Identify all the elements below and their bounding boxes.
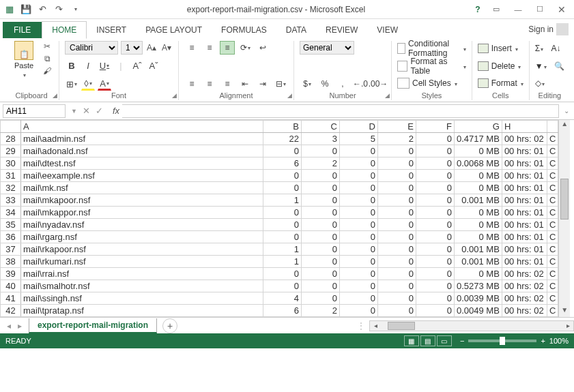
- help-icon[interactable]: ?: [472, 5, 484, 14]
- vscroll-thumb[interactable]: [560, 179, 569, 220]
- underline-button[interactable]: U: [98, 59, 111, 73]
- view-page-layout-icon[interactable]: ▤: [420, 335, 435, 346]
- number-dialog-launcher[interactable]: ◢: [385, 92, 390, 99]
- col-header-F[interactable]: F: [416, 121, 455, 133]
- tab-page-layout[interactable]: PAGE LAYOUT: [136, 22, 212, 38]
- cell[interactable]: 5: [340, 133, 378, 145]
- cell[interactable]: 3: [302, 133, 340, 145]
- enter-formula-icon[interactable]: ✓: [96, 106, 103, 116]
- cell[interactable]: mail\aadmin.nsf: [21, 133, 263, 145]
- bold-button[interactable]: B: [65, 59, 78, 73]
- cell[interactable]: C: [547, 145, 558, 157]
- undo-icon[interactable]: ↶: [37, 4, 48, 15]
- cell[interactable]: 0: [416, 145, 455, 157]
- cell[interactable]: 0 MB: [455, 219, 502, 231]
- cell[interactable]: 0: [340, 231, 378, 243]
- cell[interactable]: 0: [378, 292, 416, 305]
- cell[interactable]: 0: [340, 157, 378, 170]
- merge-center-icon[interactable]: ⊟: [273, 77, 288, 91]
- cell[interactable]: 0 MB: [455, 145, 502, 157]
- cell[interactable]: 0: [302, 207, 340, 219]
- row-header[interactable]: 42: [1, 305, 21, 317]
- excel-icon[interactable]: ▦: [4, 4, 15, 15]
- cell[interactable]: mail\smalhotr.nsf: [21, 280, 263, 292]
- increase-font-size-icon[interactable]: Aˆ: [130, 59, 144, 73]
- cell[interactable]: mail\mk.nsf: [21, 182, 263, 194]
- row-header[interactable]: 34: [1, 207, 21, 219]
- cell[interactable]: C: [547, 231, 558, 243]
- cell[interactable]: 2: [302, 305, 340, 317]
- cell[interactable]: 0: [340, 243, 378, 256]
- comma-format-icon[interactable]: ,: [335, 77, 350, 91]
- ribbon-display-icon[interactable]: ▭: [487, 3, 506, 16]
- cell[interactable]: 0: [378, 145, 416, 157]
- row-header[interactable]: 40: [1, 280, 21, 292]
- name-box-dropdown-icon[interactable]: ▼: [71, 108, 77, 115]
- cell[interactable]: 0: [263, 280, 302, 292]
- cell[interactable]: C: [547, 207, 558, 219]
- sort-filter-icon[interactable]: A↓: [551, 44, 561, 53]
- cell[interactable]: 0: [263, 219, 302, 231]
- scroll-right-icon[interactable]: ▸: [562, 322, 573, 329]
- row-header[interactable]: 31: [1, 170, 21, 182]
- autosum-button[interactable]: Σ: [535, 44, 543, 53]
- cell[interactable]: 0: [263, 231, 302, 243]
- cell[interactable]: 1: [263, 243, 302, 256]
- alignment-dialog-launcher[interactable]: ◢: [287, 92, 292, 99]
- table-row[interactable]: 32mail\mk.nsf000000 MB00 hrs: 01C: [1, 182, 558, 194]
- table-row[interactable]: 39mail\rrai.nsf000000 MB00 hrs: 02C: [1, 268, 558, 280]
- cell[interactable]: 0: [302, 268, 340, 280]
- cell[interactable]: 00 hrs: 02: [502, 292, 547, 305]
- cell[interactable]: 0: [416, 243, 455, 256]
- cell[interactable]: C: [547, 170, 558, 182]
- formula-input[interactable]: [122, 104, 559, 118]
- align-right-icon[interactable]: ≡: [220, 77, 235, 91]
- table-row[interactable]: 30mail\dtest.nsf620000.0068 MB00 hrs: 01…: [1, 157, 558, 170]
- table-row[interactable]: 34mail\mkappor.nsf000000 MB00 hrs: 01C: [1, 207, 558, 219]
- scroll-down-icon[interactable]: ▼: [559, 306, 570, 317]
- close-icon[interactable]: ✕: [552, 3, 571, 16]
- decrease-indent-icon[interactable]: ⇤: [238, 77, 253, 91]
- cell[interactable]: C: [547, 256, 558, 268]
- find-select-icon[interactable]: 🔍: [554, 61, 564, 71]
- cell[interactable]: 0.001 MB: [455, 194, 502, 207]
- zoom-knob[interactable]: [500, 337, 505, 345]
- cell[interactable]: 0: [416, 268, 455, 280]
- row-header[interactable]: 37: [1, 243, 21, 256]
- cell[interactable]: mail\tpratap.nsf: [21, 305, 263, 317]
- row-header[interactable]: 30: [1, 157, 21, 170]
- cell[interactable]: 0: [263, 207, 302, 219]
- formula-expand-icon[interactable]: ⌄: [562, 107, 571, 115]
- cell[interactable]: C: [547, 194, 558, 207]
- copy-icon[interactable]: ⧉: [41, 53, 53, 64]
- cell[interactable]: mail\mkappor.nsf: [21, 207, 263, 219]
- tab-file[interactable]: FILE: [3, 22, 42, 38]
- cell[interactable]: 0: [302, 194, 340, 207]
- cell[interactable]: 0: [378, 207, 416, 219]
- font-name-select[interactable]: Calibri: [65, 41, 118, 55]
- row-header[interactable]: 41: [1, 292, 21, 305]
- cell[interactable]: 0: [302, 256, 340, 268]
- increase-decimal-icon[interactable]: ←.0: [353, 77, 368, 91]
- cell[interactable]: 00 hrs: 01: [502, 256, 547, 268]
- cell[interactable]: 0: [302, 231, 340, 243]
- accounting-format-icon[interactable]: $: [300, 77, 315, 91]
- table-row[interactable]: 36mail\rgarg.nsf000000 MB00 hrs: 01C: [1, 231, 558, 243]
- cell[interactable]: mail\adonald.nsf: [21, 145, 263, 157]
- cell[interactable]: C: [547, 133, 558, 145]
- tab-review[interactable]: REVIEW: [316, 22, 367, 38]
- cell[interactable]: 00 hrs: 01: [502, 207, 547, 219]
- col-header-C[interactable]: C: [302, 121, 340, 133]
- cell[interactable]: 0: [416, 280, 455, 292]
- zoom-out-button[interactable]: −: [460, 337, 464, 345]
- tab-data[interactable]: DATA: [276, 22, 316, 38]
- cell[interactable]: 0: [378, 231, 416, 243]
- minimize-icon[interactable]: —: [508, 3, 528, 16]
- cell[interactable]: mail\rkapoor.nsf: [21, 243, 263, 256]
- cell[interactable]: 0: [340, 170, 378, 182]
- row-header[interactable]: 38: [1, 256, 21, 268]
- cell[interactable]: 00 hrs: 01: [502, 157, 547, 170]
- cell[interactable]: 0: [340, 207, 378, 219]
- cell[interactable]: 0 MB: [455, 182, 502, 194]
- horizontal-scrollbar[interactable]: ◂ ▸: [369, 320, 574, 331]
